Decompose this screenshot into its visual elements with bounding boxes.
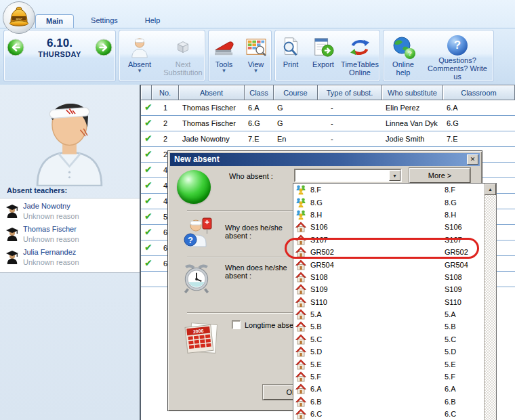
combobox-dropdown-button[interactable]: ▼ <box>389 170 400 181</box>
dropdown-list-item[interactable]: S106 S106 <box>293 221 496 233</box>
dropdown-list-item[interactable]: GR502 GR502 <box>293 246 496 258</box>
online-help-button[interactable]: ? Online help <box>385 31 421 81</box>
column-header[interactable]: Class <box>245 85 274 100</box>
tab-settings[interactable]: Settings <box>81 14 128 28</box>
item-name: 5.C <box>310 335 322 343</box>
item-name: 6.B <box>310 398 322 406</box>
classroom-house-icon <box>295 234 307 245</box>
dropdown-list-item[interactable]: 6.C 6.C <box>293 408 496 420</box>
when-absent-label: When does he/she absent : <box>225 264 293 280</box>
export-icon <box>312 35 334 60</box>
absence-reason: Unknown reason <box>23 234 79 245</box>
dropdown-list-item[interactable]: S110 S110 <box>293 296 496 308</box>
dropdown-list-item[interactable]: 5.B 5.B <box>293 320 496 333</box>
absent-teacher-item[interactable]: Thomas Fischer Unknown reason <box>0 224 140 247</box>
view-button[interactable]: View ▾ <box>241 31 270 81</box>
cell-classroom: 6.G <box>443 116 515 131</box>
who-absent-combobox[interactable]: ▼ <box>294 169 402 182</box>
item-name-secondary: 5.D <box>445 348 456 356</box>
header-status-cell <box>141 85 152 100</box>
classroom-house-icon <box>295 383 307 394</box>
green-check-icon: ✔ <box>144 226 152 237</box>
graduate-teacher-icon <box>5 201 23 224</box>
injured-teacher-illustration <box>20 90 119 188</box>
print-button[interactable]: Print <box>276 31 306 81</box>
class-group-icon <box>295 209 307 220</box>
status-cell: ✔ <box>141 163 152 177</box>
column-header[interactable]: Course <box>274 85 318 100</box>
longtime-absent-label: Longtime absent <box>245 321 300 329</box>
tab-help[interactable]: Help <box>135 14 171 28</box>
item-name: 6.A <box>310 385 322 393</box>
svg-text:asc: asc <box>16 17 22 21</box>
column-header[interactable]: Type of subst. <box>318 85 382 100</box>
stapler-icon <box>213 35 235 60</box>
more-button[interactable]: More > <box>409 168 470 183</box>
item-name-secondary: 6.C <box>445 410 456 418</box>
dropdown-list-item[interactable]: GR504 GR504 <box>293 258 496 270</box>
cell-classroom: 7.E <box>443 131 515 146</box>
absent-button[interactable]: Absent ▾ <box>120 31 159 81</box>
cell-type-of-subst: - <box>318 116 382 131</box>
table-row[interactable]: ✔ 2 Jade Nowotny 7.E En - Jodie Smith 7.… <box>141 131 515 147</box>
column-header[interactable]: Absent <box>179 85 245 100</box>
longtime-absent-checkbox[interactable] <box>232 320 241 329</box>
absence-reason: Unknown reason <box>23 257 79 268</box>
dropdown-list-item[interactable]: 6.A 6.A <box>293 383 496 395</box>
item-name-secondary: 5.A <box>445 310 456 318</box>
item-name-secondary: S107 <box>445 236 462 244</box>
column-header[interactable]: No. <box>152 85 179 100</box>
dropdown-list-item[interactable]: 6.B 6.B <box>293 396 496 408</box>
dropdown-list-item[interactable]: S108 S108 <box>293 271 496 283</box>
next-substitution-button[interactable]: Next Substitution <box>162 31 204 81</box>
item-name: 5.E <box>310 360 322 369</box>
asc-bell-logo-icon[interactable]: asc <box>2 1 36 35</box>
table-header: No. Absent Class Course Type of subst. W… <box>141 85 515 100</box>
tab-main[interactable]: Main <box>35 14 74 28</box>
globe-help-icon: ? <box>392 35 414 60</box>
status-cell: ✔ <box>141 209 152 224</box>
item-name-secondary: 6.B <box>445 398 456 406</box>
dropdown-list-item[interactable]: 5.F 5.F <box>293 371 496 383</box>
why-absent-icon: ? <box>182 216 215 250</box>
dropdown-list-item[interactable]: 8.F 8.F <box>293 184 496 196</box>
export-button[interactable]: Export <box>307 31 339 81</box>
who-absent-label: Who absent : <box>229 172 273 180</box>
table-row[interactable]: ✔ 1 Thomas Fischer 6.A G - Elin Perez 6.… <box>141 100 515 116</box>
dropdown-list-item[interactable]: 8.H 8.H <box>293 209 496 221</box>
column-header[interactable]: Classroom <box>443 85 515 100</box>
timetable-view-icon <box>245 35 267 60</box>
status-cell: ✔ <box>141 100 152 115</box>
column-header[interactable]: Who substitute <box>382 85 443 100</box>
item-name-secondary: S106 <box>445 223 462 231</box>
dropdown-list-item[interactable]: 5.A 5.A <box>293 308 496 320</box>
item-name-secondary: 5.F <box>445 373 455 381</box>
teacher-text: Jade Nowotny Unknown reason <box>23 201 79 224</box>
next-day-button[interactable] <box>95 39 112 56</box>
classroom-house-icon <box>295 408 307 419</box>
previous-day-button[interactable] <box>7 39 24 56</box>
dropdown-list-item[interactable]: S107 S107 <box>293 234 496 246</box>
dropdown-list-item[interactable]: 5.E 5.E <box>293 358 496 370</box>
dialog-title-bar[interactable]: New absent ✕ <box>170 153 480 166</box>
export-label: Export <box>312 60 334 68</box>
green-check-icon: ✔ <box>144 211 152 222</box>
tools-button[interactable]: Tools ▾ <box>209 31 239 81</box>
chevron-down-icon: ▾ <box>254 68 258 73</box>
dropdown-list-item[interactable]: 8.G 8.G <box>293 196 496 208</box>
questions-comments-button[interactable]: ? Questions? Comments? Write us <box>423 31 492 81</box>
output-group: Print Export <box>275 30 379 81</box>
table-row[interactable]: ✔ 2 Thomas Fischer 6.G G - Linnea Van Dy… <box>141 116 515 131</box>
item-name: S107 <box>310 236 328 244</box>
absent-teacher-item[interactable]: Jade Nowotny Unknown reason <box>0 201 140 224</box>
graduate-teacher-icon <box>5 224 23 247</box>
dropdown-list-item[interactable]: 5.D 5.D <box>293 345 496 358</box>
close-button[interactable]: ✕ <box>467 154 478 165</box>
dropdown-list-item[interactable]: 5.C 5.C <box>293 333 496 345</box>
item-name-secondary: 8.F <box>445 186 455 194</box>
dropdown-list-item[interactable]: S109 S109 <box>293 283 496 295</box>
timetables-online-button[interactable]: TimeTables Online <box>341 31 379 81</box>
absent-teacher-item[interactable]: Julia Fernandez Unknown reason <box>0 247 140 270</box>
cube-icon <box>172 35 194 60</box>
cell-course: G <box>274 100 318 115</box>
